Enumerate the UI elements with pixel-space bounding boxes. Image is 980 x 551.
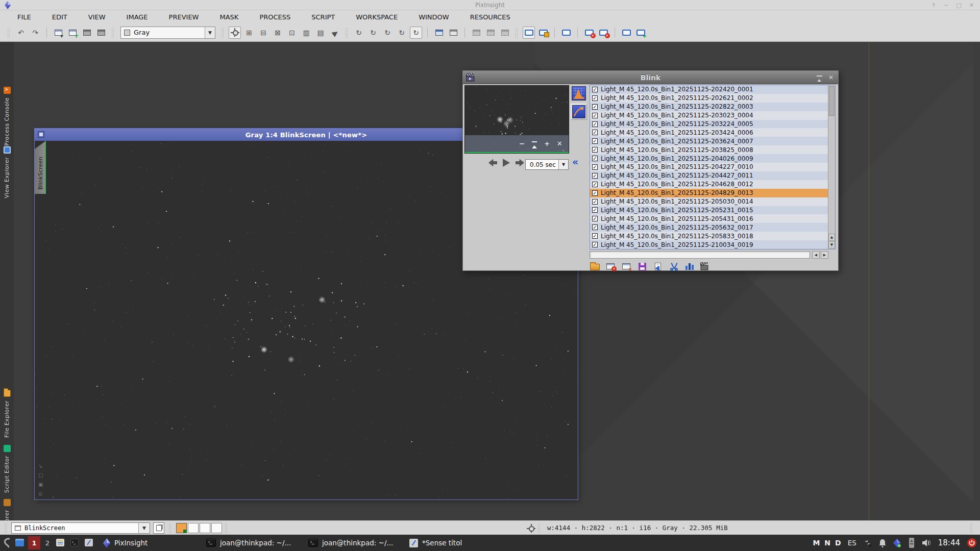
file-row[interactable]: ✓Light_M 45_120.0s_Bin1_20251125-204829_… <box>590 189 828 197</box>
statistics-button[interactable] <box>684 261 695 271</box>
shade-dialog-icon[interactable] <box>817 76 822 80</box>
window-menu-icon[interactable] <box>2 535 12 551</box>
file-row[interactable]: ✓Light_M 45_120.0s_Bin1_20251125-203023_… <box>590 111 828 120</box>
add-files-button[interactable] <box>589 261 600 271</box>
toolbar-drag-handle[interactable] <box>515 28 519 38</box>
checkbox-checked-icon[interactable]: ✓ <box>592 224 598 230</box>
toolbar-drag-handle[interactable] <box>7 28 11 38</box>
chevron-down-icon[interactable]: ▼ <box>558 160 568 169</box>
file-row[interactable]: ✓Light_M 45_120.0s_Bin1_20251125-204427_… <box>590 171 828 180</box>
keyboard-layout[interactable]: ES <box>848 539 856 547</box>
checkbox-checked-icon[interactable]: ✓ <box>592 242 598 247</box>
mask-mode-icon[interactable] <box>470 27 482 39</box>
menu-preview[interactable]: PREVIEW <box>169 13 199 21</box>
track-view-icon[interactable] <box>229 27 241 39</box>
disable-stf-icon[interactable] <box>583 27 595 39</box>
preview-zoom-in-icon[interactable]: + <box>544 140 550 147</box>
checkbox-checked-icon[interactable]: ✓ <box>592 207 598 213</box>
canvas-corner-tools[interactable]: ↘□▣◎ <box>38 463 43 496</box>
network-icon[interactable] <box>863 539 872 547</box>
menu-view[interactable]: VIEW <box>88 13 106 21</box>
show-desktop-icon[interactable] <box>15 539 24 546</box>
taskbar-app--sense-t-tol[interactable]: *Sense títol <box>409 535 462 551</box>
file-row[interactable]: ✓Light_M 45_120.0s_Bin1_20251125-205632_… <box>590 223 828 232</box>
create-video-button[interactable] <box>700 261 711 271</box>
file-row[interactable]: ✓Light_M 45_120.0s_Bin1_20251125-202621_… <box>590 94 828 103</box>
file-row[interactable]: ✓Light_M 45_120.0s_Bin1_20251125-203624_… <box>590 137 828 145</box>
histogram-stretch-button[interactable] <box>572 86 586 101</box>
workspace-thumb-2[interactable] <box>188 523 199 533</box>
checkbox-checked-icon[interactable]: ✓ <box>592 147 598 153</box>
statusbar-drag-handle[interactable] <box>970 523 973 533</box>
view-selector-combo[interactable]: BlinkScreen ▼ <box>11 522 150 534</box>
close-dialog-icon[interactable]: ✕ <box>828 74 834 81</box>
checkbox-checked-icon[interactable]: ✓ <box>592 216 598 221</box>
view-list-button[interactable] <box>153 522 164 534</box>
screen-transfer-icon[interactable] <box>560 27 572 39</box>
checkbox-checked-icon[interactable]: ✓ <box>592 182 598 187</box>
file-row[interactable]: ✓Light_M 45_120.0s_Bin1_20251125-210034_… <box>590 240 828 249</box>
readout-mode-icon[interactable]: ↻ <box>353 27 365 39</box>
redo-icon[interactable]: ↷ <box>29 27 41 39</box>
menu-mask[interactable]: MASK <box>219 13 238 21</box>
menu-workspace[interactable]: WORKSPACE <box>356 13 398 21</box>
file-row[interactable]: ✓Light_M 45_120.0s_Bin1_20251125-204227_… <box>590 163 828 171</box>
menu-resources[interactable]: RESOURCES <box>470 13 510 21</box>
new-image-icon[interactable] <box>66 27 79 39</box>
mask-mode-icon[interactable] <box>484 27 497 39</box>
statusbar-drag-handle[interactable] <box>225 523 228 533</box>
checkbox-checked-icon[interactable]: ✓ <box>592 233 598 239</box>
statusbar-drag-handle[interactable] <box>537 523 541 533</box>
canvas-corner-icon[interactable]: □ <box>38 472 43 478</box>
menu-process[interactable]: PROCESS <box>259 13 290 21</box>
undo-icon[interactable]: ↶ <box>15 27 27 39</box>
editor-launcher-icon[interactable] <box>85 539 93 546</box>
taskbar-app-pixinsight[interactable]: PixInsight <box>103 535 148 551</box>
screen-stretch-button[interactable] <box>571 104 587 120</box>
play-icon[interactable] <box>503 159 510 167</box>
sidebar-item-process-console[interactable]: Process Console <box>0 87 14 146</box>
notifications-bell-icon[interactable] <box>879 539 886 547</box>
zoom-1-1-icon[interactable]: ⊠ <box>272 27 284 39</box>
scrollbar-thumb[interactable] <box>829 86 835 116</box>
workspace-window-icon[interactable] <box>433 27 445 39</box>
screen-stf-icon[interactable] <box>523 27 535 39</box>
updates-icon[interactable] <box>893 538 901 548</box>
add-screen-icon[interactable] <box>634 27 647 39</box>
pan-mode-icon[interactable]: ⊡ <box>286 27 298 39</box>
shade-button[interactable]: ↑ <box>932 2 936 9</box>
file-row[interactable]: ✓Light_M 45_120.0s_Bin1_20251125-203825_… <box>590 145 828 154</box>
step-forward-icon[interactable] <box>516 159 524 167</box>
workspace-thumb-4[interactable] <box>211 523 222 533</box>
file-row[interactable]: ✓Light_M 45_120.0s_Bin1_20251125-203224_… <box>590 120 828 129</box>
workspace-button-1[interactable]: 1 <box>28 536 40 549</box>
readout-mode-icon[interactable]: ↻ <box>367 27 379 39</box>
horizontal-scrollbar[interactable] <box>590 251 810 259</box>
terminal-launcher-icon[interactable] <box>70 539 79 546</box>
vertical-scrollbar[interactable]: ▲ ▼ <box>828 85 835 249</box>
checkbox-checked-icon[interactable]: ✓ <box>592 121 598 127</box>
file-row[interactable]: ✓Light_M 45_120.0s_Bin1_20251125-204628_… <box>590 180 828 189</box>
workspace-thumb-1[interactable] <box>176 523 187 533</box>
workspace-thumb-3[interactable] <box>200 523 210 533</box>
crop-button[interactable] <box>668 261 679 271</box>
screen-layout-icon[interactable]: ▤ <box>314 27 327 39</box>
checkbox-checked-icon[interactable]: ✓ <box>592 87 598 92</box>
statusbar-drag-handle[interactable] <box>4 523 8 533</box>
checkbox-checked-icon[interactable]: ✓ <box>592 156 598 161</box>
blink-interval-select[interactable]: 0.05 sec ▼ <box>525 159 569 170</box>
workspace-button-2[interactable]: 2 <box>43 536 52 549</box>
preview-fit-icon[interactable] <box>532 141 537 146</box>
rename-view-icon[interactable] <box>52 27 64 39</box>
checkbox-checked-icon[interactable]: ✓ <box>592 104 598 110</box>
split-view-icon[interactable]: ▥ <box>300 27 312 39</box>
checkbox-checked-icon[interactable]: ✓ <box>592 113 598 118</box>
preview-zoom-out-icon[interactable]: − <box>519 140 525 147</box>
tab-blinkscreen[interactable]: BlinkScreen <box>35 141 46 194</box>
close-selected-button[interactable] <box>605 261 616 271</box>
clock[interactable]: 18:44 <box>938 538 960 547</box>
file-row[interactable]: ✓Light_M 45_120.0s_Bin1_20251125-205833_… <box>590 232 828 240</box>
blink-titlebar[interactable]: Blink ✕ <box>463 71 838 84</box>
file-row[interactable]: ✓Light_M 45_120.0s_Bin1_20251125-204026_… <box>590 154 828 163</box>
readout-mode-icon[interactable]: ↻ <box>396 27 408 39</box>
